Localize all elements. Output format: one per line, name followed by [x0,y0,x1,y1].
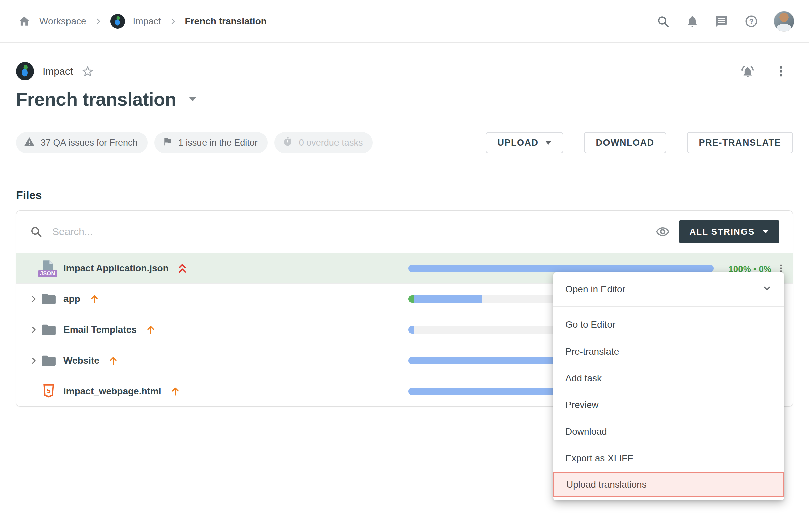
editor-issues-chip-label: 1 issue in the Editor [178,138,258,148]
eye-visibility-icon[interactable] [656,225,670,239]
action-buttons: UPLOAD DOWNLOAD PRE-TRANSLATE [485,132,793,153]
upload-caret-icon [545,141,551,145]
menu-item-export-as-xliff[interactable]: Export as XLIFF [553,445,784,472]
folder-icon [41,324,57,336]
files-search-input[interactable] [52,226,656,237]
upload-button-label: UPLOAD [498,138,539,148]
folder-name[interactable]: app [64,294,80,305]
expand-chevron-icon[interactable] [30,325,38,334]
watch-notifications-bell-icon[interactable] [740,64,755,79]
project-kebab-menu-icon[interactable] [774,64,788,79]
notifications-bell-icon[interactable] [685,14,700,29]
breadcrumb: Workspace Impact French translation [17,14,266,29]
impact-project-logo [16,62,34,80]
download-button[interactable]: DOWNLOAD [584,132,666,153]
qa-issues-chip[interactable]: 37 QA issues for French [16,132,148,153]
topbar-actions: ? [656,11,794,32]
expand-chevron-icon[interactable] [30,295,38,304]
menu-item-pre-translate[interactable]: Pre-translate [553,338,784,365]
file-context-menu: Open in Editor Go to Editor Pre-translat… [553,272,784,500]
html-file-icon: 5 [41,383,57,400]
impact-project-logo [110,14,125,29]
folder-name[interactable]: Email Templates [64,325,137,335]
filter-caret-icon [762,230,769,233]
menu-item-preview[interactable]: Preview [553,392,784,418]
upload-arrow-icon [89,294,100,305]
file-name[interactable]: impact_webpage.html [64,386,161,397]
file-name[interactable]: Impact Application.json [64,263,169,274]
menu-header-label: Open in Editor [565,284,625,295]
svg-text:5: 5 [47,387,51,394]
page-title: French translation [16,88,176,110]
menu-item-upload-translations[interactable]: Upload translations [553,472,784,497]
app-window: Workspace Impact French translation [0,0,809,532]
progress-bar [408,265,714,272]
project-header: Impact [16,62,793,80]
project-name: Impact [43,66,73,77]
breadcrumb-project[interactable]: Impact [133,16,161,27]
search-icon[interactable] [656,14,670,29]
expand-chevron-icon[interactable] [30,356,38,365]
pre-translate-button-label: PRE-TRANSLATE [699,138,781,148]
qa-issues-chip-label: 37 QA issues for French [41,138,138,148]
json-file-icon: JSON [41,260,56,277]
double-chevron-up-icon [177,263,187,274]
menu-item-open-in-editor[interactable]: Open in Editor [553,272,784,307]
files-heading: Files [16,189,793,202]
title-dropdown-caret-icon[interactable] [189,97,196,101]
upload-button[interactable]: UPLOAD [485,132,563,153]
editor-issues-chip[interactable]: 1 issue in the Editor [154,132,268,153]
pre-translate-button[interactable]: PRE-TRANSLATE [687,132,793,153]
folder-icon [41,293,57,305]
status-chips: 37 QA issues for French 1 issue in the E… [16,132,373,153]
menu-items: Go to Editor Pre-translate Add task Prev… [553,307,784,497]
flag-icon [162,137,172,149]
chevron-right-icon [94,17,102,25]
menu-item-go-to-editor[interactable]: Go to Editor [553,311,784,338]
all-strings-filter-button[interactable]: ALL STRINGS [679,220,779,243]
top-navigation-bar: Workspace Impact French translation [0,0,809,43]
search-icon [30,225,42,238]
status-and-actions-row: 37 QA issues for French 1 issue in the E… [16,132,793,153]
folder-name[interactable]: Website [64,355,99,366]
folder-icon [41,354,57,367]
breadcrumb-current-page: French translation [185,16,266,27]
download-button-label: DOWNLOAD [596,138,654,148]
all-strings-filter-label: ALL STRINGS [690,227,755,237]
upload-arrow-icon [108,355,119,366]
user-avatar[interactable] [774,11,794,32]
page-title-row: French translation [16,88,793,110]
chat-icon[interactable] [715,14,729,29]
svg-text:?: ? [749,17,753,25]
json-badge-label: JSON [38,270,57,277]
star-favorite-icon[interactable] [82,65,93,77]
files-search-row: ALL STRINGS [16,210,793,253]
chevron-down-icon [762,284,772,296]
overdue-tasks-chip[interactable]: 0 overdue tasks [274,132,373,153]
chevron-right-icon [169,17,177,25]
stopwatch-icon [282,136,293,149]
home-icon[interactable] [17,14,31,29]
help-icon[interactable]: ? [744,14,758,29]
upload-arrow-icon [170,386,181,397]
breadcrumb-workspace[interactable]: Workspace [39,16,86,27]
menu-item-add-task[interactable]: Add task [553,365,784,392]
upload-arrow-icon [145,325,156,335]
menu-item-download[interactable]: Download [553,418,784,445]
overdue-tasks-chip-label: 0 overdue tasks [299,138,363,148]
warning-triangle-icon [24,136,35,149]
